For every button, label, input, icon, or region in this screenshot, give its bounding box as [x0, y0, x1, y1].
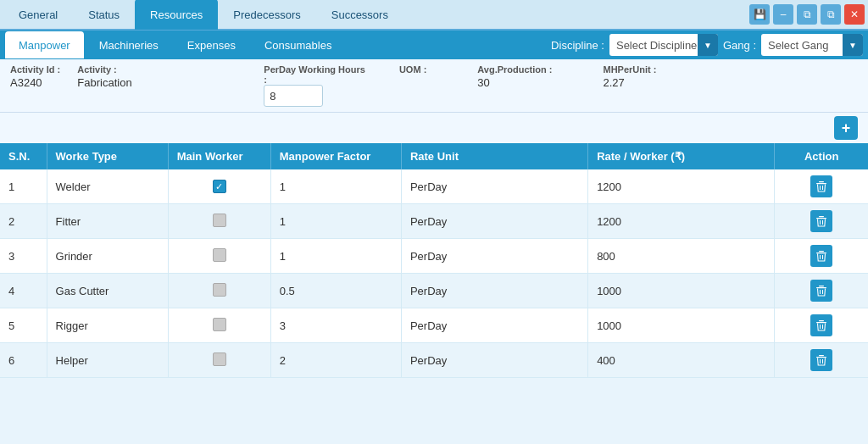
- cell-rate: 1200: [588, 169, 775, 204]
- cell-manpower-factor: 1: [270, 204, 401, 239]
- col-header-rate-worker: Rate / Worker (₹): [588, 143, 775, 169]
- svg-rect-17: [819, 320, 824, 321]
- cell-action: [775, 239, 868, 274]
- col-header-worker-type: Worke Type: [47, 143, 168, 169]
- tab-status[interactable]: Status: [73, 0, 135, 30]
- cell-rate-unit: PerDay: [401, 239, 587, 274]
- cell-rate-unit: PerDay: [401, 169, 587, 204]
- sub-nav-filters: Discipline : Select Discipline ▼ Gang : …: [551, 34, 863, 56]
- activity-value: Fabrication: [77, 76, 230, 89]
- tab-manpower[interactable]: Manpower: [5, 31, 84, 58]
- table-row: 6 Helper 2 PerDay 400: [0, 343, 868, 378]
- cell-main-worker: ✓: [168, 169, 270, 204]
- cell-action: [775, 169, 868, 204]
- tab-expenses[interactable]: Expenses: [174, 31, 249, 58]
- svg-rect-5: [819, 216, 824, 217]
- table-row: 5 Rigger 3 PerDay 1000: [0, 308, 868, 343]
- manpower-table: S.N. Worke Type Main Worker Manpower Fac…: [0, 143, 868, 378]
- uom-label: UOM :: [399, 64, 426, 75]
- close-button[interactable]: ✕: [844, 4, 865, 25]
- cell-action: [775, 343, 868, 378]
- svg-rect-4: [816, 218, 826, 219]
- tab-predecessors[interactable]: Predecessors: [218, 0, 315, 30]
- cell-manpower-factor: 2: [270, 343, 401, 378]
- svg-rect-9: [819, 251, 824, 252]
- external-link-button[interactable]: ⧉: [821, 4, 841, 25]
- main-worker-checkbox-unchecked[interactable]: [213, 248, 226, 262]
- cell-action: [775, 308, 868, 343]
- table-row: 4 Gas Cutter 0.5 PerDay 1000: [0, 274, 868, 308]
- tab-general[interactable]: General: [3, 0, 73, 30]
- cell-rate: 800: [588, 239, 775, 274]
- cell-main-worker: [168, 308, 270, 343]
- gang-select[interactable]: Select Gang: [761, 34, 863, 56]
- discipline-select-wrapper: Select Discipline ▼: [609, 34, 718, 56]
- col-header-action: Action: [775, 143, 868, 169]
- table-body: 1 Welder ✓ 1 PerDay 1200 2 Fitter 1 PerD…: [0, 169, 868, 378]
- cell-rate: 400: [588, 343, 775, 378]
- cell-rate: 1000: [588, 274, 775, 308]
- avg-production-field: Avg.Production : 30: [477, 64, 552, 89]
- activity-id-value: A3240: [10, 76, 60, 89]
- delete-row-button[interactable]: [810, 280, 832, 302]
- delete-row-button[interactable]: [810, 314, 832, 336]
- cell-manpower-factor: 1: [270, 239, 401, 274]
- delete-row-button[interactable]: [810, 349, 832, 371]
- main-worker-checkbox-unchecked[interactable]: [213, 318, 226, 331]
- main-worker-checkbox-unchecked[interactable]: [213, 283, 226, 297]
- discipline-label: Discipline :: [551, 39, 604, 52]
- cell-sn: 6: [0, 343, 47, 378]
- delete-row-button[interactable]: [810, 175, 832, 197]
- avg-production-value: 30: [477, 76, 552, 89]
- cell-worker-type: Fitter: [47, 204, 168, 239]
- main-worker-checkbox-unchecked[interactable]: [213, 352, 226, 366]
- discipline-select[interactable]: Select Discipline: [609, 34, 718, 56]
- gang-label: Gang :: [723, 39, 756, 52]
- gang-select-wrapper: Select Gang ▼: [761, 34, 863, 56]
- perday-label: PerDay Working Hours: [264, 64, 365, 75]
- tab-resources[interactable]: Resources: [135, 0, 218, 30]
- copy-button[interactable]: ⧉: [797, 4, 817, 25]
- svg-rect-13: [819, 286, 824, 286]
- cell-main-worker: [168, 343, 270, 378]
- add-manpower-button[interactable]: +: [834, 116, 858, 140]
- col-header-sn: S.N.: [0, 143, 47, 169]
- perday-colon: :: [264, 75, 365, 85]
- table-header-row: S.N. Worke Type Main Worker Manpower Fac…: [0, 143, 868, 169]
- manpower-table-container: S.N. Worke Type Main Worker Manpower Fac…: [0, 143, 868, 378]
- mh-per-unit-value: 2.27: [604, 76, 657, 89]
- table-row: 2 Fitter 1 PerDay 1200: [0, 204, 868, 239]
- main-worker-checkbox-unchecked[interactable]: [213, 214, 226, 227]
- activity-name-field: Activity : Fabrication: [77, 64, 230, 89]
- save-button[interactable]: 💾: [749, 4, 770, 25]
- delete-row-button[interactable]: [810, 210, 832, 232]
- tab-machineries[interactable]: Machineries: [86, 31, 172, 58]
- col-header-main-worker: Main Worker: [168, 143, 270, 169]
- main-worker-checkbox-checked[interactable]: ✓: [213, 180, 226, 193]
- activity-info-row: Activity Id : A3240 Activity : Fabricati…: [0, 59, 868, 113]
- cell-main-worker: [168, 274, 270, 308]
- cell-worker-type: Welder: [47, 169, 168, 204]
- window-controls: 💾 – ⧉ ⧉ ✕: [749, 4, 865, 25]
- cell-rate-unit: PerDay: [401, 274, 587, 308]
- minimize-button[interactable]: –: [773, 4, 793, 25]
- perday-input[interactable]: [264, 85, 323, 107]
- add-row: +: [0, 113, 868, 143]
- svg-rect-21: [819, 355, 824, 356]
- cell-worker-type: Gas Cutter: [47, 274, 168, 308]
- delete-row-button[interactable]: [810, 245, 832, 267]
- svg-rect-0: [816, 183, 826, 184]
- cell-worker-type: Rigger: [47, 308, 168, 343]
- tab-successors[interactable]: Successors: [316, 0, 403, 30]
- top-navigation: General Status Resources Predecessors Su…: [0, 0, 868, 31]
- tab-consumables[interactable]: Consumables: [251, 31, 346, 58]
- cell-worker-type: Helper: [47, 343, 168, 378]
- cell-worker-type: Grinder: [47, 239, 168, 274]
- cell-action: [775, 204, 868, 239]
- cell-sn: 3: [0, 239, 47, 274]
- cell-rate: 1000: [588, 308, 775, 343]
- mh-per-unit-field: MHPerUnit : 2.27: [604, 64, 657, 89]
- activity-id-field: Activity Id : A3240: [10, 64, 60, 89]
- cell-rate-unit: PerDay: [401, 343, 587, 378]
- svg-rect-1: [819, 181, 824, 182]
